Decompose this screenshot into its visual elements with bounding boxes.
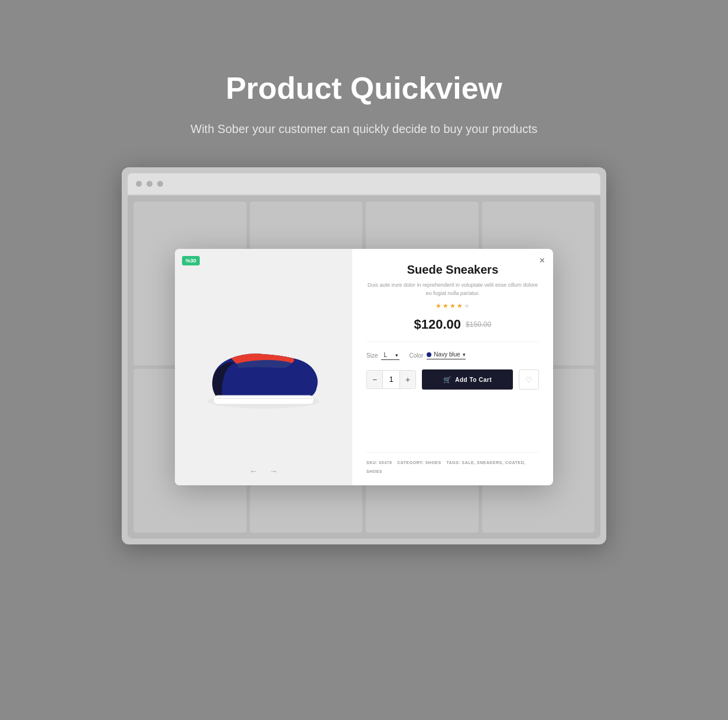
meta-sku: SKU: 00478 CATEGORY: SHOES TAGS: SALE, S… [366,459,539,476]
page-subtitle: With Sober your customer can quickly dec… [191,120,538,138]
qty-increase-button[interactable]: + [400,371,415,388]
quickview-modal: × %30 [175,249,553,485]
quantity-control: − 1 + [366,370,416,389]
cart-icon: 🛒 [443,376,452,384]
modal-overlay: × %30 [134,202,594,533]
add-to-cart-button[interactable]: 🛒 Add To Cart [422,369,513,390]
star-5: ★ [464,302,470,310]
tags-label: TAGS: [447,460,461,465]
color-dot [427,352,431,357]
options-row: Size L S M XL [366,351,539,360]
wishlist-button[interactable]: ♡ [519,369,539,390]
star-3: ★ [450,302,456,310]
star-2: ★ [443,302,448,310]
size-option-group: Size L S M XL [366,351,399,360]
product-meta: SKU: 00478 CATEGORY: SHOES TAGS: SALE, S… [366,452,539,476]
category-value: SHOES [425,460,441,465]
page-title: Product Quickview [226,70,502,106]
category-label: CATEGORY: [397,460,424,465]
page-wrapper: Product Quickview With Sober your custom… [39,35,689,685]
color-label: Color [409,352,423,359]
svg-rect-1 [213,395,314,404]
star-rating: ★ ★ ★ ★ ★ [366,302,539,310]
sku-value: 00478 [379,460,392,465]
color-option-group: Color Navy blue [409,351,465,359]
modal-info-panel: Suede Sneakers Duis aute irure dolor in … [352,249,553,485]
heart-icon: ♡ [525,375,532,384]
qty-decrease-button[interactable]: − [367,371,382,388]
image-navigation: ← → [175,466,352,476]
star-1: ★ [436,302,441,310]
sku-label: SKU: [366,460,378,465]
prev-arrow[interactable]: ← [249,466,258,476]
qty-value: 1 [382,371,400,388]
add-to-cart-label: Add To Cart [455,377,492,383]
price-row: $120.00 $150.00 [366,317,539,332]
divider [366,342,539,342]
size-select-wrapper[interactable]: L S M XL [381,351,399,360]
browser-body: × %30 [128,196,600,539]
browser-bar [128,173,600,194]
qty-cart-row: − 1 + 🛒 Add To Cart ♡ [366,369,539,390]
sale-badge: %30 [182,256,200,265]
product-image [199,317,329,417]
product-name: Suede Sneakers [366,263,539,277]
browser-dot-3 [157,181,163,187]
size-label: Size [366,352,378,359]
star-4: ★ [457,302,463,310]
modal-close-button[interactable]: × [540,256,545,265]
size-select[interactable]: L S M XL [381,351,399,360]
color-value: Navy blue [434,351,460,358]
browser-window: × %30 [122,167,606,544]
browser-dot-1 [136,181,142,187]
product-description: Duis aute irure dolor in reprehenderit i… [366,281,539,297]
browser-dot-2 [147,181,152,187]
next-arrow[interactable]: → [269,466,278,476]
price-original: $150.00 [466,320,491,329]
price-current: $120.00 [414,317,462,332]
color-select-wrapper[interactable]: Navy blue [427,351,465,359]
modal-image-panel: %30 [175,249,352,485]
